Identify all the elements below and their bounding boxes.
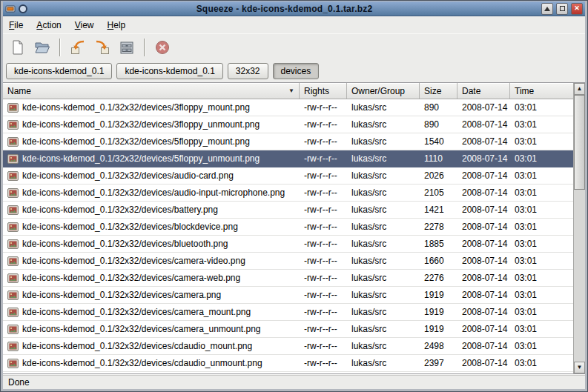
scrollbar-thumb[interactable] — [574, 95, 585, 190]
table-row[interactable]: kde-icons-kdemod_0.1/32x32/devices/camer… — [3, 321, 573, 338]
breadcrumb-folder-1[interactable]: kde-icons-kdemod_0.1 — [116, 63, 222, 79]
image-file-icon — [7, 256, 19, 267]
file-date: 2008-07-14 — [457, 253, 510, 269]
file-name: kde-icons-kdemod_0.1/32x32/devices/5flop… — [22, 136, 250, 147]
file-rights: -rw-r--r-- — [300, 202, 347, 218]
column-header-date[interactable]: Date — [457, 83, 510, 99]
breadcrumb-root[interactable]: kde-icons-kdemod_0.1 — [6, 63, 112, 79]
table-row[interactable]: kde-icons-kdemod_0.1/32x32/devices/3flop… — [3, 99, 573, 116]
open-archive-button[interactable] — [31, 36, 53, 59]
table-row[interactable]: kde-icons-kdemod_0.1/32x32/devices/bluet… — [3, 236, 573, 253]
column-header-rights[interactable]: Rights — [300, 83, 347, 99]
file-time: 03:01 — [510, 219, 573, 235]
file-name: kde-icons-kdemod_0.1/32x32/devices/audio… — [22, 187, 285, 198]
scroll-down-button[interactable]: ▼ — [574, 362, 585, 373]
breadcrumb-folder-3[interactable]: devices — [273, 63, 320, 79]
stop-button[interactable] — [151, 36, 174, 59]
table-row[interactable]: kde-icons-kdemod_0.1/32x32/devices/3flop… — [3, 116, 573, 133]
file-date: 2008-07-14 — [457, 355, 510, 371]
file-rights: -rw-r--r-- — [300, 167, 347, 184]
extract-to-icon — [94, 39, 110, 56]
sticky-pin-icon[interactable] — [19, 4, 27, 13]
maximize-button[interactable] — [556, 3, 568, 15]
file-rights: -rw-r--r-- — [300, 338, 347, 354]
column-header-name[interactable]: Name ▼ — [3, 83, 300, 99]
vertical-scrollbar[interactable]: ▲ ▼ — [573, 83, 585, 373]
statusbar: Done — [3, 374, 585, 389]
file-time: 03:01 — [510, 270, 573, 286]
sort-indicator-icon[interactable]: ▼ — [288, 87, 294, 94]
file-owner-group: lukas/src — [347, 236, 420, 252]
shade-button[interactable] — [541, 3, 553, 15]
app-icon[interactable] — [5, 4, 16, 14]
file-time: 03:01 — [510, 99, 573, 116]
menu-file[interactable]: File — [9, 20, 23, 30]
image-file-icon — [7, 222, 19, 233]
file-name: kde-icons-kdemod_0.1/32x32/devices/camer… — [22, 256, 245, 266]
table-row[interactable]: kde-icons-kdemod_0.1/32x32/devices/cdaud… — [3, 355, 573, 372]
file-owner-group: lukas/src — [347, 202, 420, 218]
file-rights: -rw-r--r-- — [300, 133, 347, 150]
file-size: 2105 — [420, 185, 457, 201]
file-owner-group: lukas/src — [347, 253, 420, 269]
file-owner-group: lukas/src — [347, 287, 420, 303]
file-name: kde-icons-kdemod_0.1/32x32/devices/5flop… — [22, 153, 260, 164]
file-rights: -rw-r--r-- — [300, 253, 347, 269]
table-row[interactable]: kde-icons-kdemod_0.1/32x32/devices/block… — [3, 219, 573, 236]
file-rights: -rw-r--r-- — [300, 287, 347, 303]
new-archive-button[interactable] — [7, 36, 29, 59]
breadcrumb-folder-2[interactable]: 32x32 — [228, 63, 268, 79]
table-row[interactable]: kde-icons-kdemod_0.1/32x32/devices/camer… — [3, 287, 573, 304]
file-owner-group: lukas/src — [347, 338, 420, 354]
close-button[interactable]: ✕ — [571, 3, 583, 15]
file-owner-group: lukas/src — [347, 304, 420, 320]
file-rights: -rw-r--r-- — [300, 321, 347, 337]
window-content: File Action View Help — [3, 16, 585, 389]
titlebar[interactable]: Squeeze - kde-icons-kdemod_0.1.tar.bz2 ✕ — [3, 1, 585, 16]
file-date: 2008-07-14 — [457, 338, 510, 354]
file-owner-group: lukas/src — [347, 355, 420, 371]
table-row[interactable]: kde-icons-kdemod_0.1/32x32/devices/audio… — [3, 167, 573, 185]
add-to-archive-button[interactable] — [116, 36, 138, 59]
table-row[interactable]: kde-icons-kdemod_0.1/32x32/devices/audio… — [3, 185, 573, 202]
table-row[interactable]: kde-icons-kdemod_0.1/32x32/devices/5flop… — [3, 133, 573, 150]
table-row[interactable]: kde-icons-kdemod_0.1/32x32/devices/5flop… — [3, 150, 573, 167]
file-size: 2026 — [420, 167, 457, 184]
status-text: Done — [8, 377, 30, 388]
menu-view[interactable]: View — [75, 20, 94, 30]
scrollbar-track[interactable] — [574, 95, 585, 362]
file-time: 03:01 — [510, 185, 573, 201]
file-time: 03:01 — [510, 133, 573, 150]
table-row[interactable]: kde-icons-kdemod_0.1/32x32/devices/camer… — [3, 304, 573, 321]
file-name: kde-icons-kdemod_0.1/32x32/devices/audio… — [22, 170, 234, 181]
extract-to-button[interactable] — [91, 36, 113, 59]
menu-help[interactable]: Help — [108, 20, 126, 30]
image-file-icon — [7, 341, 19, 352]
file-time: 03:01 — [510, 304, 573, 320]
image-file-icon — [7, 170, 19, 182]
image-file-icon — [7, 136, 19, 147]
file-name: kde-icons-kdemod_0.1/32x32/devices/camer… — [22, 307, 251, 317]
file-rights: -rw-r--r-- — [300, 355, 347, 371]
file-name: kde-icons-kdemod_0.1/32x32/devices/camer… — [22, 273, 240, 283]
table-row[interactable]: kde-icons-kdemod_0.1/32x32/devices/cdaud… — [3, 338, 573, 355]
file-size: 1110 — [420, 150, 457, 167]
image-file-icon — [7, 187, 19, 199]
extract-button[interactable] — [67, 36, 89, 59]
table-row[interactable]: kde-icons-kdemod_0.1/32x32/devices/camer… — [3, 270, 573, 287]
table-row[interactable]: kde-icons-kdemod_0.1/32x32/devices/camer… — [3, 253, 573, 270]
file-time: 03:01 — [510, 116, 573, 133]
image-file-icon — [7, 153, 19, 165]
file-rights: -rw-r--r-- — [300, 99, 347, 116]
file-date: 2008-07-14 — [457, 304, 510, 320]
column-header-owner[interactable]: Owner/Group — [347, 83, 420, 99]
column-header-size[interactable]: Size — [420, 83, 457, 99]
file-date: 2008-07-14 — [457, 321, 510, 337]
scroll-up-button[interactable]: ▲ — [574, 83, 585, 95]
menu-action[interactable]: Action — [36, 20, 61, 30]
column-header-time[interactable]: Time — [510, 83, 573, 99]
table-row[interactable]: kde-icons-kdemod_0.1/32x32/devices/batte… — [3, 202, 573, 219]
file-rights: -rw-r--r-- — [300, 219, 347, 235]
file-size: 1919 — [420, 287, 457, 303]
file-rights: -rw-r--r-- — [300, 270, 347, 286]
